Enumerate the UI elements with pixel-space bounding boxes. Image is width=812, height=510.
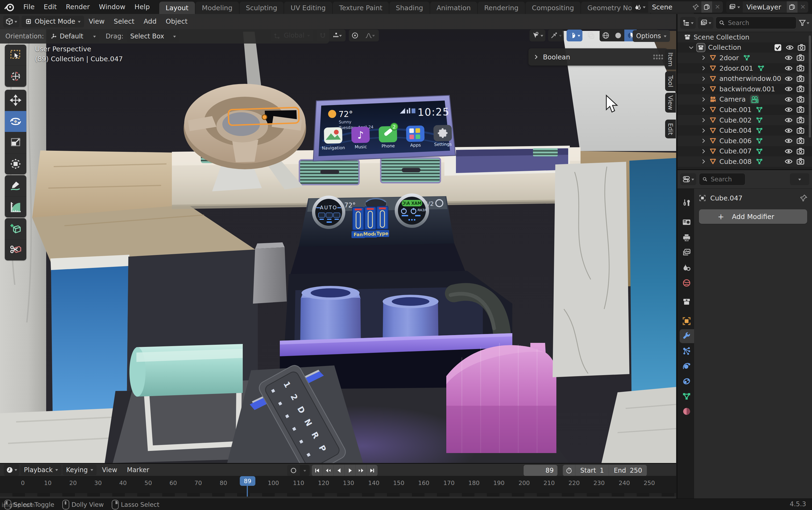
- render-camera-toggle[interactable]: [796, 147, 805, 155]
- tool-select-box[interactable]: [5, 45, 26, 66]
- render-camera-toggle[interactable]: [796, 75, 805, 83]
- tab-object-data[interactable]: [679, 389, 694, 403]
- outliner-filter-dropdown[interactable]: [799, 19, 809, 27]
- tab-sculpting[interactable]: Sculpting: [240, 2, 284, 14]
- expand-icon[interactable]: [533, 54, 539, 60]
- show-gizmo-dropdown[interactable]: [530, 30, 545, 41]
- pin-icon[interactable]: [800, 194, 808, 202]
- start-frame-field[interactable]: Start1: [575, 465, 609, 476]
- remove-viewlayer-button[interactable]: ✕: [798, 3, 808, 11]
- menu-help[interactable]: Help: [130, 0, 154, 14]
- tab-particles[interactable]: [679, 344, 694, 358]
- sidebar-tab-tool[interactable]: Tool: [665, 71, 676, 91]
- tab-scene[interactable]: [679, 260, 694, 274]
- sidebar-tab-view[interactable]: View: [665, 93, 676, 113]
- outliner-row-object[interactable]: Cube.004: [678, 125, 812, 136]
- drag-value-dropdown[interactable]: Select Box: [127, 30, 179, 42]
- outliner-row-object[interactable]: anotherwindow.00: [678, 73, 812, 84]
- orientation-value-dropdown[interactable]: Default: [47, 30, 99, 42]
- tab-physics[interactable]: [679, 359, 694, 373]
- gizmos-dropdown[interactable]: [548, 30, 564, 41]
- overlays-dropdown[interactable]: [567, 30, 582, 41]
- boolean-panel[interactable]: Boolean: [529, 48, 668, 65]
- render-camera-toggle[interactable]: [796, 85, 805, 93]
- viewlayer-icon[interactable]: [726, 1, 743, 12]
- menu-add[interactable]: Add: [139, 15, 161, 28]
- menu-object[interactable]: Object: [161, 15, 192, 28]
- tab-modifiers[interactable]: [680, 329, 694, 343]
- outliner-row-camera[interactable]: Camera: [678, 94, 812, 105]
- hide-eye-toggle[interactable]: [785, 85, 793, 93]
- outliner-row-object[interactable]: Cube.001: [678, 105, 812, 115]
- hide-eye-toggle[interactable]: [785, 54, 793, 62]
- options-dropdown[interactable]: Options: [633, 30, 670, 42]
- jump-to-end-button[interactable]: [367, 465, 378, 476]
- shading-solid-button[interactable]: [612, 30, 624, 41]
- hide-eye-toggle[interactable]: [785, 64, 793, 72]
- render-camera-toggle[interactable]: [796, 158, 805, 166]
- playhead[interactable]: 89: [240, 476, 255, 486]
- outliner-row-object[interactable]: backwindow.001: [678, 84, 812, 94]
- scene-icon[interactable]: [632, 1, 648, 12]
- properties-search-input[interactable]: [710, 175, 742, 183]
- chevron-right-icon[interactable]: [700, 55, 706, 61]
- timeline-ruler[interactable]: 010 2030 4050 6070 80100 110120 130140 1…: [0, 476, 676, 497]
- menu-edit[interactable]: Edit: [39, 0, 61, 14]
- menu-file[interactable]: File: [19, 0, 39, 14]
- outliner-row-object[interactable]: Cube.007: [678, 146, 812, 157]
- render-camera-toggle[interactable]: [796, 116, 805, 124]
- mode-dropdown[interactable]: Object Mode: [22, 16, 84, 27]
- keying-menu[interactable]: Keying: [63, 464, 97, 475]
- menu-select[interactable]: Select: [109, 15, 139, 28]
- timeline-marker-menu[interactable]: Marker: [123, 466, 154, 474]
- viewlayer-selector[interactable]: ViewLayer ✕: [726, 1, 808, 12]
- tab-texture-paint[interactable]: Texture Paint: [333, 2, 389, 14]
- outliner-row-object[interactable]: Cube.006: [678, 136, 812, 146]
- hide-eye-toggle[interactable]: [785, 95, 793, 104]
- hide-eye-toggle[interactable]: [785, 126, 793, 135]
- render-camera-toggle[interactable]: [796, 106, 805, 114]
- viewport-3d-scene[interactable]: 72° Sunny Tuesday, April 24 10:25 ♪ 2 Na…: [0, 14, 676, 463]
- jump-to-start-button[interactable]: [312, 465, 323, 476]
- outliner-row-object[interactable]: Cube.002: [678, 115, 812, 125]
- tool-move[interactable]: [5, 90, 26, 111]
- chevron-right-icon[interactable]: [700, 76, 706, 82]
- snap-settings-dropdown[interactable]: [329, 30, 345, 41]
- tab-collection[interactable]: [679, 295, 694, 309]
- hide-eye-toggle[interactable]: [785, 137, 793, 145]
- sidebar-tab-item[interactable]: Item: [665, 49, 676, 69]
- properties-editor-type-button[interactable]: [680, 173, 696, 185]
- tab-rendering[interactable]: Rendering: [478, 2, 525, 14]
- tool-transform[interactable]: [5, 153, 26, 174]
- chevron-right-icon[interactable]: [700, 138, 706, 144]
- tab-uv-editing[interactable]: UV Editing: [284, 2, 332, 14]
- panel-drag-handle[interactable]: [653, 54, 663, 60]
- use-preview-range-toggle[interactable]: [563, 465, 575, 476]
- chevron-down-icon[interactable]: [688, 45, 694, 51]
- render-camera-toggle[interactable]: [796, 64, 805, 72]
- hide-eye-toggle[interactable]: [785, 75, 793, 83]
- render-camera-toggle[interactable]: [798, 44, 806, 52]
- tool-add-cube[interactable]: [5, 218, 26, 239]
- hide-eye-toggle[interactable]: [785, 158, 793, 166]
- outliner-row-scene-collection[interactable]: Scene Collection: [678, 32, 812, 42]
- outliner-search[interactable]: [716, 17, 796, 29]
- tab-tool[interactable]: [679, 196, 694, 210]
- end-frame-field[interactable]: End250: [609, 465, 647, 476]
- tab-animation[interactable]: Animation: [430, 2, 477, 14]
- auto-key-dropdown[interactable]: [300, 465, 310, 476]
- properties-options-dropdown[interactable]: [790, 173, 809, 185]
- hide-eye-toggle[interactable]: [786, 44, 794, 52]
- new-viewlayer-button[interactable]: [787, 1, 798, 12]
- menu-render[interactable]: Render: [61, 0, 94, 14]
- tab-object[interactable]: [679, 314, 694, 328]
- auto-key-record-button[interactable]: [287, 465, 300, 476]
- play-reverse-button[interactable]: [334, 465, 345, 476]
- tool-cut[interactable]: [5, 239, 26, 260]
- tab-material[interactable]: [679, 404, 694, 418]
- outliner-row-object[interactable]: 2door: [678, 53, 812, 63]
- tab-modeling[interactable]: Modeling: [196, 2, 239, 14]
- next-keyframe-button[interactable]: [356, 465, 367, 476]
- render-camera-toggle[interactable]: [796, 95, 805, 104]
- chevron-right-icon[interactable]: [700, 128, 706, 134]
